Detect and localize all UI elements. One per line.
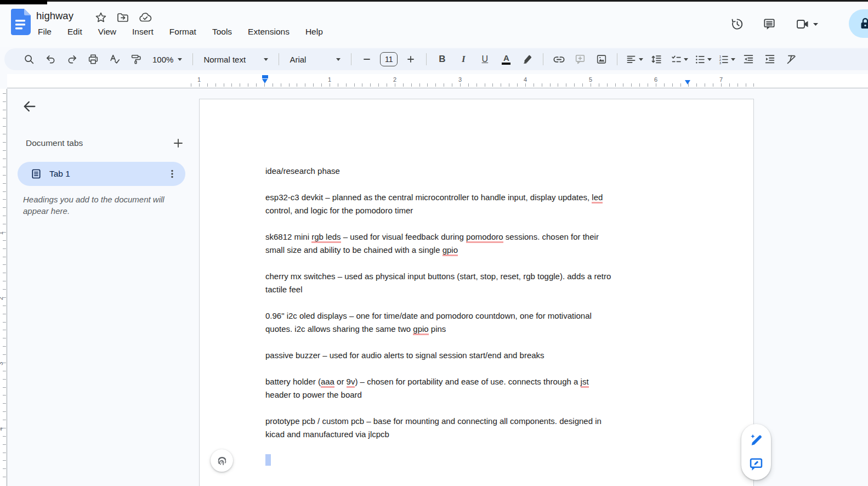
increase-font-size-button[interactable] [402, 51, 419, 67]
ruler-tick [3, 444, 6, 445]
paragraph-style-select[interactable]: Normal text [200, 51, 271, 67]
ruler-number: 1 [328, 76, 331, 83]
help-me-write-fingerprint-button[interactable] [211, 449, 233, 472]
redo-icon[interactable] [64, 51, 80, 67]
ruler-tick [3, 248, 6, 249]
ruler-tick [3, 411, 6, 412]
underline-button[interactable]: U [476, 51, 493, 67]
ruler-tick [696, 83, 697, 87]
decrease-indent-icon[interactable] [740, 51, 757, 67]
hanging-indent-marker[interactable] [262, 79, 268, 83]
header-actions [0, 2, 868, 47]
ruler-tick [3, 460, 6, 461]
ruler-tick [558, 83, 558, 87]
ruler-tick [370, 83, 371, 87]
chevron-down-icon [684, 58, 688, 61]
increase-indent-icon[interactable] [762, 51, 778, 67]
paint-format-icon[interactable] [128, 51, 144, 67]
paragraph-style-value: Normal text [203, 55, 246, 64]
paragraph: idea/research phase [265, 165, 692, 178]
zoom-value: 100% [152, 55, 173, 64]
clear-formatting-icon[interactable] [783, 51, 799, 67]
misspelled-word: 9v [347, 377, 355, 388]
decrease-font-size-button[interactable] [359, 51, 375, 67]
insert-link-icon[interactable] [551, 51, 567, 67]
bold-button[interactable]: B [434, 51, 450, 67]
right-indent-marker[interactable] [685, 80, 690, 84]
align-select[interactable] [625, 51, 643, 67]
ruler-tick [664, 83, 665, 87]
ruler-tick [713, 83, 713, 87]
ruler-tick [501, 83, 501, 87]
ruler-tick [3, 387, 6, 388]
text-run: tactile feel [265, 285, 303, 294]
ruler-number: 3 [0, 362, 4, 365]
ruler-tick [395, 83, 395, 87]
ruler-tick [444, 83, 444, 87]
ruler-tick [3, 175, 6, 176]
floating-actions-pill [741, 424, 771, 480]
ruler-tick [419, 83, 420, 87]
ruler-tick [240, 83, 240, 87]
font-size-input[interactable] [380, 52, 398, 66]
document-page[interactable]: idea/research phaseesp32-c3 devkit – pla… [199, 99, 754, 486]
tab-item-tab1[interactable]: Tab 1 [18, 162, 185, 186]
text-run: esp32-c3 devkit – planned as the central… [265, 193, 592, 202]
bulleted-list-select[interactable] [693, 51, 712, 67]
print-icon[interactable] [85, 51, 101, 67]
ruler-tick [3, 183, 6, 184]
ruler-tick [273, 83, 273, 87]
ruler-tick [3, 354, 6, 355]
vertical-ruler[interactable]: 1234 [0, 89, 7, 486]
share-button[interactable] [849, 9, 868, 38]
ruler-tick [3, 379, 6, 380]
version-history-icon[interactable] [730, 17, 744, 31]
ruler-tick [387, 83, 387, 87]
italic-button[interactable]: I [455, 51, 472, 67]
pencil-sparkle-icon [748, 432, 764, 448]
fingerprint-icon [215, 454, 229, 467]
zoom-select[interactable]: 100% [149, 51, 185, 67]
tab-options-kebab-icon[interactable] [167, 168, 178, 179]
ruler-tick [3, 289, 6, 290]
ruler-tick [3, 477, 6, 477]
horizontal-ruler[interactable]: 11234567 [7, 74, 868, 88]
ruler-tick [321, 83, 322, 87]
help-me-write-button[interactable] [748, 432, 764, 448]
ruler-tick [3, 281, 6, 281]
text-selection-cursor [265, 454, 271, 466]
comments-icon[interactable] [762, 17, 776, 31]
ruler-tick [305, 83, 305, 87]
add-comment-floating-button[interactable] [748, 456, 764, 472]
highlight-color-button[interactable] [519, 51, 536, 67]
add-tab-button[interactable] [172, 137, 185, 150]
insert-image-icon[interactable] [593, 51, 610, 67]
text-run: 0.96" i2c oled displays – one for time/d… [265, 311, 592, 320]
numbered-list-select[interactable]: 1 2 3 [717, 51, 735, 67]
toolbar-divider [279, 53, 279, 65]
ruler-tick [354, 83, 355, 87]
spellcheck-icon[interactable] [106, 51, 123, 67]
add-comment-icon[interactable] [572, 51, 588, 67]
ruler-tick [3, 224, 6, 224]
video-call-icon[interactable] [796, 17, 821, 31]
left-indent-marker[interactable] [262, 75, 268, 83]
first-line-indent-marker[interactable] [262, 75, 268, 78]
ruler-tick [631, 83, 632, 87]
close-panel-back-arrow[interactable] [22, 99, 37, 114]
ruler-number: 7 [719, 76, 723, 83]
toolbar-divider [426, 53, 427, 65]
ruler-tick [3, 167, 6, 167]
checklist-select[interactable] [670, 51, 688, 67]
ruler-number: 2 [393, 76, 396, 83]
font-family-select[interactable]: Arial [286, 51, 344, 67]
ruler-tick [191, 83, 191, 87]
align-left-icon [625, 51, 638, 67]
undo-icon[interactable] [42, 51, 59, 67]
text-color-button[interactable]: A [498, 51, 514, 67]
line-spacing-icon[interactable] [648, 51, 665, 67]
paragraph: esp32-c3 devkit – planned as the central… [265, 191, 692, 217]
text-run: passive buzzer – used for audio alerts t… [265, 351, 544, 360]
search-menus-icon[interactable] [21, 51, 37, 67]
ruler-tick [3, 207, 6, 208]
